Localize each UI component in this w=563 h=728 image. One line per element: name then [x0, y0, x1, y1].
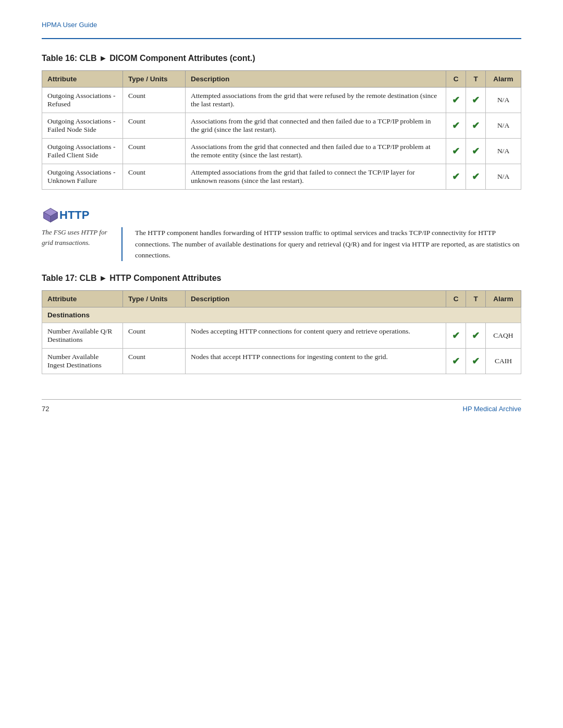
col-attribute: Attribute [42, 71, 123, 88]
t-cell: ✔ [466, 323, 486, 348]
desc-cell: Associations from the grid that connecte… [186, 139, 446, 164]
table-row: Number Available Ingest Destinations Cou… [42, 348, 521, 374]
type-cell: Count [123, 139, 186, 164]
check-icon: ✔ [452, 356, 460, 366]
c-cell: ✔ [446, 164, 466, 190]
footer-row: 72 HP Medical Archive [42, 405, 521, 413]
alarm-cell: CAQH [486, 323, 521, 348]
header-link[interactable]: HPMA User Guide [42, 21, 521, 29]
table17-section: Table 17: CLB ► HTTP Component Attribute… [42, 274, 521, 374]
http-body: The FSG uses HTTP for grid transactions.… [42, 227, 521, 261]
attr-cell: Number Available Q/R Destinations [42, 323, 123, 348]
table-row: Number Available Q/R Destinations Count … [42, 323, 521, 348]
table-row: Outgoing Associations - Refused Count At… [42, 88, 521, 113]
attr-cell: Outgoing Associations - Refused [42, 88, 123, 113]
alarm-cell: CAIH [486, 348, 521, 374]
http-cube-icon [42, 206, 59, 224]
c-cell: ✔ [446, 113, 466, 139]
col-c: C [446, 290, 466, 307]
table17: Attribute Type / Units Description C T A… [42, 290, 521, 374]
check-icon: ✔ [472, 171, 480, 182]
t-cell: ✔ [466, 348, 486, 374]
http-section: HTTP The FSG uses HTTP for grid transact… [42, 206, 521, 261]
http-sidebar-text: The FSG uses HTTP for grid transactions. [42, 228, 107, 246]
footer-rule [42, 399, 521, 400]
table-row: Outgoing Associations - Failed Client Si… [42, 139, 521, 164]
check-icon: ✔ [472, 330, 480, 341]
attr-cell: Outgoing Associations - Unknown Failure [42, 164, 123, 190]
alarm-cell: N/A [486, 164, 521, 190]
http-title: HTTP [59, 208, 89, 222]
table16-title: Table 16: CLB ► DICOM Component Attribut… [42, 54, 521, 63]
col-t: T [466, 290, 486, 307]
attr-cell: Number Available Ingest Destinations [42, 348, 123, 374]
col-type: Type / Units [123, 290, 186, 307]
check-icon: ✔ [452, 146, 460, 156]
table-row: Outgoing Associations - Failed Node Side… [42, 113, 521, 139]
check-icon: ✔ [472, 120, 480, 131]
check-icon: ✔ [452, 120, 460, 131]
table16: Attribute Type / Units Description C T A… [42, 70, 521, 190]
subheader-cell: Destinations [42, 307, 521, 323]
footer-page-number: 72 [42, 405, 49, 413]
col-alarm: Alarm [486, 290, 521, 307]
type-cell: Count [123, 348, 186, 374]
footer-brand: HP Medical Archive [463, 405, 521, 413]
type-cell: Count [123, 113, 186, 139]
page: HPMA User Guide Table 16: CLB ► DICOM Co… [0, 0, 563, 444]
http-sidebar: The FSG uses HTTP for grid transactions. [42, 227, 123, 261]
check-icon: ✔ [452, 171, 460, 182]
check-icon: ✔ [472, 95, 480, 105]
desc-cell: Nodes that accept HTTP connections for i… [186, 348, 446, 374]
check-icon: ✔ [472, 146, 480, 156]
table17-title: Table 17: CLB ► HTTP Component Attribute… [42, 274, 521, 283]
t-cell: ✔ [466, 88, 486, 113]
c-cell: ✔ [446, 139, 466, 164]
t-cell: ✔ [466, 164, 486, 190]
http-heading-row: HTTP [42, 206, 521, 224]
type-cell: Count [123, 323, 186, 348]
alarm-cell: N/A [486, 113, 521, 139]
c-cell: ✔ [446, 323, 466, 348]
col-description: Description [186, 71, 446, 88]
col-t: T [466, 71, 486, 88]
type-cell: Count [123, 88, 186, 113]
top-rule [42, 38, 521, 39]
t-cell: ✔ [466, 113, 486, 139]
t-cell: ✔ [466, 139, 486, 164]
col-type: Type / Units [123, 71, 186, 88]
check-icon: ✔ [452, 95, 460, 105]
desc-cell: Attempted associations from the grid tha… [186, 88, 446, 113]
http-description: The HTTP component handles forwarding of… [135, 227, 521, 261]
col-alarm: Alarm [486, 71, 521, 88]
alarm-cell: N/A [486, 139, 521, 164]
c-cell: ✔ [446, 88, 466, 113]
col-description: Description [186, 290, 446, 307]
attr-cell: Outgoing Associations - Failed Client Si… [42, 139, 123, 164]
type-cell: Count [123, 164, 186, 190]
col-c: C [446, 71, 466, 88]
attr-cell: Outgoing Associations - Failed Node Side [42, 113, 123, 139]
check-icon: ✔ [452, 330, 460, 341]
desc-cell: Nodes accepting HTTP connections for con… [186, 323, 446, 348]
desc-cell: Attempted associations from the grid tha… [186, 164, 446, 190]
alarm-cell: N/A [486, 88, 521, 113]
desc-cell: Associations from the grid that connecte… [186, 113, 446, 139]
subheader-row: Destinations [42, 307, 521, 323]
table-row: Outgoing Associations - Unknown Failure … [42, 164, 521, 190]
c-cell: ✔ [446, 348, 466, 374]
check-icon: ✔ [472, 356, 480, 366]
col-attribute: Attribute [42, 290, 123, 307]
table16-section: Table 16: CLB ► DICOM Component Attribut… [42, 54, 521, 190]
